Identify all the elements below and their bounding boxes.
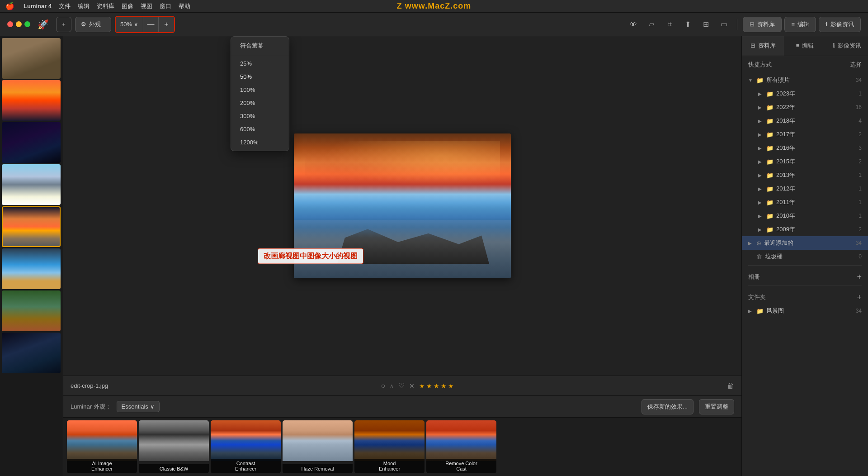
2012-arrow: ▶	[758, 186, 764, 191]
zoom-value-button[interactable]: 50% ∨	[116, 17, 143, 32]
thumbnail-sunset2[interactable]	[2, 206, 61, 247]
thumbnail-forest[interactable]	[2, 290, 61, 331]
tree-2009[interactable]: ▶ 📁 2009年 2	[742, 223, 868, 236]
tree-2012[interactable]: ▶ 📁 2012年 1	[742, 182, 868, 195]
zoom-out-button[interactable]: —	[143, 17, 159, 32]
crop-button[interactable]: ⌗	[662, 17, 677, 32]
appearance-button[interactable]: ⚙ 外观	[75, 17, 111, 32]
menu-help[interactable]: 帮助	[179, 2, 190, 10]
delete-button[interactable]: 🗑	[727, 382, 734, 390]
tree-landscape[interactable]: ▶ 📁 风景图 34	[742, 304, 868, 318]
tree-2016[interactable]: ▶ 📁 2016年 3	[742, 141, 868, 155]
library-tab-button[interactable]: ⊟ 资料库	[743, 17, 782, 32]
menu-window[interactable]: 窗口	[160, 2, 171, 10]
2018-label: 2018年	[776, 117, 795, 125]
2023-arrow: ▶	[758, 91, 764, 96]
tree-2017[interactable]: ▶ 📁 2017年 2	[742, 128, 868, 141]
tree-all-photos[interactable]: ▼ 📁 所有照片 34	[742, 73, 868, 87]
reset-button[interactable]: 重置调整	[699, 399, 734, 414]
close-button[interactable]	[7, 21, 13, 27]
style-label: Luminar 外观：	[71, 403, 111, 411]
style-selected-value: Essentials	[122, 403, 148, 410]
2017-folder-icon: 📁	[766, 131, 774, 138]
thumbnail-mountain[interactable]	[2, 164, 61, 205]
minimize-button[interactable]	[16, 21, 22, 27]
thumbnail-galaxy[interactable]	[2, 122, 61, 163]
thumbnail-sunset1[interactable]	[2, 80, 61, 121]
star-rating[interactable]: ★ ★ ★ ★ ★	[419, 382, 454, 390]
main-photo	[294, 133, 511, 278]
edit-tab-button[interactable]: ≡ 编辑	[784, 17, 816, 32]
split-view-button[interactable]: ▱	[644, 17, 659, 32]
sidebar-tab-library[interactable]: ⊟ 资料库	[742, 36, 784, 56]
tree-2018[interactable]: ▶ 📁 2018年 4	[742, 114, 868, 128]
2009-folder-icon: 📁	[766, 226, 774, 233]
zoom-option-1200[interactable]: 1200%	[231, 136, 289, 149]
tree-2022[interactable]: ▶ 📁 2022年 16	[742, 100, 868, 114]
trash-count: 0	[859, 253, 862, 260]
menu-image[interactable]: 图像	[122, 2, 133, 10]
rocket-icon: 🚀	[38, 19, 49, 30]
app-name[interactable]: Luminar 4	[24, 3, 52, 10]
save-effect-button[interactable]: 保存新的效果...	[642, 399, 693, 414]
2023-folder-icon: 📁	[766, 90, 774, 97]
tree-2010[interactable]: ▶ 📁 2010年 1	[742, 209, 868, 223]
menu-library[interactable]: 资料库	[97, 2, 114, 10]
single-view-button[interactable]: ▭	[716, 17, 731, 32]
look-classic-bw[interactable]: Classic B&W	[139, 420, 209, 473]
thumbnail-water[interactable]	[2, 248, 61, 289]
thumbnail-night[interactable]	[2, 333, 61, 373]
preview-button[interactable]: 👁	[626, 17, 641, 32]
circle-flag-button[interactable]: ○	[381, 382, 386, 390]
tree-2011[interactable]: ▶ 📁 2011年 1	[742, 195, 868, 209]
tree-2023[interactable]: ▶ 📁 2023年 1	[742, 87, 868, 100]
look-haze-removal[interactable]: Haze Removal	[283, 420, 353, 473]
sidebar-tab-info[interactable]: ℹ 影像资讯	[826, 36, 868, 56]
watermark: Z www.MacZ.com	[397, 1, 471, 11]
add-folder-button[interactable]: +	[857, 293, 862, 301]
star-3[interactable]: ★	[434, 382, 439, 390]
zoom-option-200[interactable]: 200%	[231, 96, 289, 109]
zoom-option-600[interactable]: 600%	[231, 123, 289, 136]
sidebar-info-label: 影像资讯	[838, 42, 861, 50]
look-mood-enhancer[interactable]: MoodEnhancer	[354, 420, 425, 473]
thumbnail-arch[interactable]	[2, 38, 61, 79]
grid-button[interactable]: ⊞	[698, 17, 713, 32]
zoom-option-100[interactable]: 100%	[231, 83, 289, 96]
tree-trash[interactable]: 🗑 垃圾桶 0	[742, 250, 868, 263]
2023-label: 2023年	[776, 90, 795, 98]
menu-edit[interactable]: 编辑	[78, 2, 90, 10]
star-4[interactable]: ★	[441, 382, 447, 390]
zoom-option-50[interactable]: 50%	[231, 70, 289, 83]
zoom-in-button[interactable]: +	[159, 17, 174, 32]
menu-view[interactable]: 视图	[141, 2, 152, 10]
zoom-option-fit[interactable]: 符合萤幕	[231, 38, 289, 53]
look-ai-image-enhancer[interactable]: AI ImageEnhancer	[67, 420, 137, 473]
star-5[interactable]: ★	[448, 382, 454, 390]
select-label: 选择	[850, 61, 862, 69]
star-1[interactable]: ★	[419, 382, 425, 390]
tree-recent[interactable]: ▶ ⊕ 最近添加的 34	[742, 236, 868, 250]
apple-menu[interactable]: 🍎	[5, 2, 14, 10]
add-button[interactable]: +	[56, 17, 71, 32]
look-contrast-enhancer[interactable]: ContrastEnhancer	[211, 420, 281, 473]
tree-2013[interactable]: ▶ 📁 2013年 1	[742, 168, 868, 182]
sidebar-shortcuts-header: 快捷方式 选择	[742, 56, 868, 73]
zoom-option-300[interactable]: 300%	[231, 109, 289, 123]
maximize-button[interactable]	[24, 21, 30, 27]
menu-file[interactable]: 文件	[59, 2, 71, 10]
tree-2015[interactable]: ▶ 📁 2015年 2	[742, 155, 868, 168]
zoom-option-25[interactable]: 25%	[231, 57, 289, 70]
look-remove-color-cast[interactable]: Remove ColorCast	[426, 420, 496, 473]
sidebar-tab-edit[interactable]: ≡ 编辑	[784, 36, 826, 56]
2015-arrow: ▶	[758, 159, 764, 164]
style-select[interactable]: Essentials ∨	[117, 401, 160, 412]
reject-button[interactable]: ✕	[409, 382, 415, 390]
2018-count: 4	[859, 118, 862, 124]
info-tab-button[interactable]: ℹ 影像资讯	[819, 17, 861, 32]
favorite-button[interactable]: ♡	[398, 381, 405, 390]
share-button[interactable]: ⬆	[680, 17, 695, 32]
add-album-button[interactable]: +	[857, 273, 862, 281]
look-bw-thumb	[139, 420, 209, 461]
star-2[interactable]: ★	[426, 382, 432, 390]
